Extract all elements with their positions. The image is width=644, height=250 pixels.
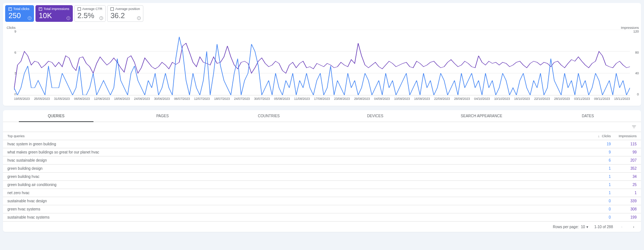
impressions-cell: 352 (611, 166, 637, 170)
checkbox-icon (78, 7, 81, 11)
metric-value: 250 (8, 11, 31, 20)
query-cell: hvac system in green building (7, 142, 589, 146)
table-row[interactable]: hvac sustainable design6207 (3, 156, 641, 165)
clicks-cell: 19 (589, 142, 611, 146)
query-cell: green building hvac (7, 175, 589, 179)
y-axis-right-label: Impressions (621, 26, 639, 30)
info-icon[interactable]: ? (137, 16, 141, 20)
metric-label: Total clicks (13, 7, 30, 11)
rows-per-page-select[interactable]: 10▾ (581, 225, 588, 229)
tab-search-appearance[interactable]: SEARCH APPEARANCE (428, 110, 535, 122)
filter-bar (3, 122, 641, 132)
query-cell: green hvac systems (7, 207, 589, 211)
checkbox-icon (110, 7, 114, 11)
impressions-cell: 308 (611, 207, 637, 211)
chart-area (14, 30, 630, 95)
impressions-cell: 207 (611, 158, 637, 162)
info-icon[interactable]: ? (99, 16, 103, 20)
checkbox-icon (8, 7, 12, 11)
table-footer: Rows per page: 10▾ 1-10 of 288 ‹ › (3, 222, 641, 232)
metric-value: 36.2 (110, 11, 140, 20)
chevron-down-icon: ▾ (586, 225, 588, 229)
clicks-cell: 1 (589, 191, 611, 195)
clicks-cell: 0 (589, 199, 611, 203)
metric-value: 2.5% (78, 11, 102, 20)
rows-per-page-label: Rows per page: (553, 225, 579, 229)
impressions-cell: 25 (611, 183, 637, 187)
col-header-query[interactable]: Top queries (7, 134, 589, 138)
dimension-tabs: QUERIESPAGESCOUNTRIESDEVICESSEARCH APPEA… (3, 110, 641, 122)
col-header-impressions[interactable]: Impressions (611, 134, 637, 138)
query-cell: green building air conditioning (7, 183, 589, 187)
clicks-cell: 1 (589, 183, 611, 187)
clicks-cell: 9 (589, 150, 611, 154)
query-cell: sustainable hvac systems (7, 215, 589, 219)
metric-value: 10K (39, 11, 69, 20)
table-card: QUERIESPAGESCOUNTRIESDEVICESSEARCH APPEA… (3, 110, 641, 232)
metric-tile-0[interactable]: Total clicks250? (5, 5, 34, 22)
query-cell: green building design (7, 166, 589, 170)
table-row[interactable]: green building air conditioning125 (3, 181, 641, 189)
table-row[interactable]: green hvac systems0308 (3, 205, 641, 213)
metric-label: Average CTR (82, 7, 102, 11)
table-row[interactable]: net zero hvac11 (3, 189, 641, 197)
query-cell: hvac sustainable design (7, 158, 589, 162)
metric-tiles: Total clicks250?Total impressions10K?Ave… (5, 5, 145, 22)
y-axis-left-label: Clicks (7, 26, 16, 30)
impressions-cell: 339 (611, 199, 637, 203)
prev-page-button[interactable]: ‹ (619, 224, 625, 230)
table-row[interactable]: green building design1352 (3, 165, 641, 173)
tab-devices[interactable]: DEVICES (322, 110, 428, 122)
table-header: Top queries Clicks Impressions (3, 132, 641, 140)
next-page-button[interactable]: › (631, 224, 637, 230)
clicks-cell: 1 (589, 166, 611, 170)
filter-icon[interactable] (631, 124, 637, 129)
sort-arrow-down-icon (598, 134, 601, 138)
table-row[interactable]: what makes green buildings so great for … (3, 148, 641, 156)
table-row[interactable]: sustainable hvac design0339 (3, 197, 641, 205)
impressions-cell: 34 (611, 175, 637, 179)
clicks-cell: 6 (589, 158, 611, 162)
col-header-clicks[interactable]: Clicks (589, 134, 611, 138)
checkbox-icon (39, 7, 42, 11)
metric-tile-3[interactable]: Average position36.2? (107, 5, 143, 22)
tab-countries[interactable]: COUNTRIES (216, 110, 322, 122)
chart-svg (14, 30, 630, 95)
pagination-range: 1-10 of 288 (594, 225, 613, 229)
query-cell: sustainable hvac design (7, 199, 589, 203)
metric-label: Total impressions (44, 7, 69, 11)
tab-queries[interactable]: QUERIES (3, 110, 109, 122)
metric-label: Average position (115, 7, 140, 11)
clicks-cell: 0 (589, 207, 611, 211)
tab-pages[interactable]: PAGES (109, 110, 216, 122)
table-row[interactable]: sustainable hvac systems0199 (3, 213, 641, 222)
info-icon[interactable]: ? (67, 16, 70, 20)
table-row[interactable]: hvac system in green building19115 (3, 140, 641, 148)
info-icon[interactable]: ? (28, 16, 31, 20)
metric-tile-1[interactable]: Total impressions10K? (35, 5, 73, 22)
table-body: hvac system in green building19115what m… (3, 140, 641, 222)
table-row[interactable]: green building hvac134 (3, 173, 641, 181)
performance-chart-card: Total clicks250?Total impressions10K?Ave… (3, 3, 641, 106)
query-cell: what makes green buildings so great for … (7, 150, 589, 154)
impressions-cell: 115 (611, 142, 637, 146)
clicks-cell: 0 (589, 215, 611, 219)
x-axis-ticks: 19/05/202325/05/202331/05/202306/06/2023… (14, 97, 630, 101)
tab-dates[interactable]: DATES (535, 110, 641, 122)
impressions-cell: 1 (611, 191, 637, 195)
query-cell: net zero hvac (7, 191, 589, 195)
clicks-cell: 1 (589, 175, 611, 179)
y-ticks-right: 12080400 (630, 30, 639, 96)
metric-tile-2[interactable]: Average CTR2.5%? (74, 5, 106, 22)
impressions-cell: 199 (611, 215, 637, 219)
impressions-cell: 99 (611, 150, 637, 154)
